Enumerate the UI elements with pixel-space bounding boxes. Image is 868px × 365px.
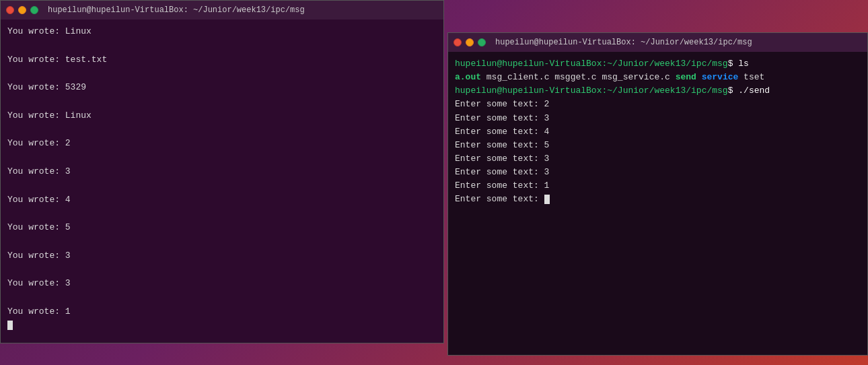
line-1: You wrote: Linux [7, 25, 437, 39]
title-right: hupeilun@hupeilun-VirtualBox: ~/Junior/w… [495, 38, 752, 47]
line-blank-6 [7, 179, 437, 193]
line-blank-3 [7, 95, 437, 109]
line-5: You wrote: 2 [7, 137, 437, 151]
line-9: You wrote: 3 [7, 249, 437, 263]
input-line-1: Enter some text: 2 [455, 98, 861, 111]
close-btn-right[interactable] [454, 38, 462, 46]
terminal-body-left[interactable]: You wrote: Linux You wrote: test.txt You… [1, 20, 443, 343]
line-4: You wrote: Linux [7, 109, 437, 123]
minimize-btn-left[interactable] [18, 6, 26, 14]
input-line-3: Enter some text: 4 [455, 125, 861, 139]
line-blank-8 [7, 235, 437, 249]
prompt-green-1: hupeilun@hupeilun-VirtualBox:~/Junior/we… [455, 59, 728, 69]
titlebar-left: hupeilun@hupeilun-VirtualBox: ~/Junior/w… [1, 1, 443, 20]
line-cursor [7, 319, 437, 333]
input-line-8: Enter some text: [455, 193, 861, 206]
input-line-6: Enter some text: 3 [455, 166, 861, 179]
line-2: You wrote: test.txt [7, 53, 437, 67]
close-btn-left[interactable] [6, 6, 14, 14]
line-11: You wrote: 1 [7, 305, 437, 319]
titlebar-right: hupeilun@hupeilun-VirtualBox: ~/Junior/w… [448, 33, 867, 52]
cursor-right [544, 195, 550, 204]
terminal-left[interactable]: hupeilun@hupeilun-VirtualBox: ~/Junior/w… [0, 0, 444, 343]
title-left: hupeilun@hupeilun-VirtualBox: ~/Junior/w… [48, 5, 305, 15]
minimize-btn-right[interactable] [466, 38, 474, 46]
line-blank-1 [7, 39, 437, 53]
line-3: You wrote: 5329 [7, 81, 437, 95]
line-7: You wrote: 4 [7, 193, 437, 207]
line-blank-2 [7, 67, 437, 81]
input-line-7: Enter some text: 1 [455, 179, 861, 193]
prompt-send: hupeilun@hupeilun-VirtualBox:~/Junior/we… [455, 84, 861, 98]
input-line-4: Enter some text: 5 [455, 139, 861, 152]
line-blank-5 [7, 151, 437, 165]
line-8: You wrote: 5 [7, 221, 437, 235]
line-blank-9 [7, 263, 437, 277]
prompt-green-2: hupeilun@hupeilun-VirtualBox:~/Junior/we… [455, 86, 728, 96]
prompt-ls: hupeilun@hupeilun-VirtualBox:~/Junior/we… [455, 57, 861, 71]
input-line-5: Enter some text: 3 [455, 152, 861, 166]
file-listing: a.out msg_client.c msgget.c msg_service.… [455, 71, 861, 84]
terminal-body-right[interactable]: hupeilun@hupeilun-VirtualBox:~/Junior/we… [448, 52, 867, 355]
line-10: You wrote: 3 [7, 277, 437, 291]
line-blank-10 [7, 291, 437, 305]
cursor-left [7, 321, 13, 330]
line-6: You wrote: 3 [7, 165, 437, 179]
input-line-2: Enter some text: 3 [455, 112, 861, 125]
line-blank-7 [7, 207, 437, 221]
maximize-btn-left[interactable] [30, 6, 38, 14]
maximize-btn-right[interactable] [478, 38, 486, 46]
terminal-right[interactable]: hupeilun@hupeilun-VirtualBox: ~/Junior/w… [447, 32, 868, 356]
line-blank-4 [7, 123, 437, 137]
